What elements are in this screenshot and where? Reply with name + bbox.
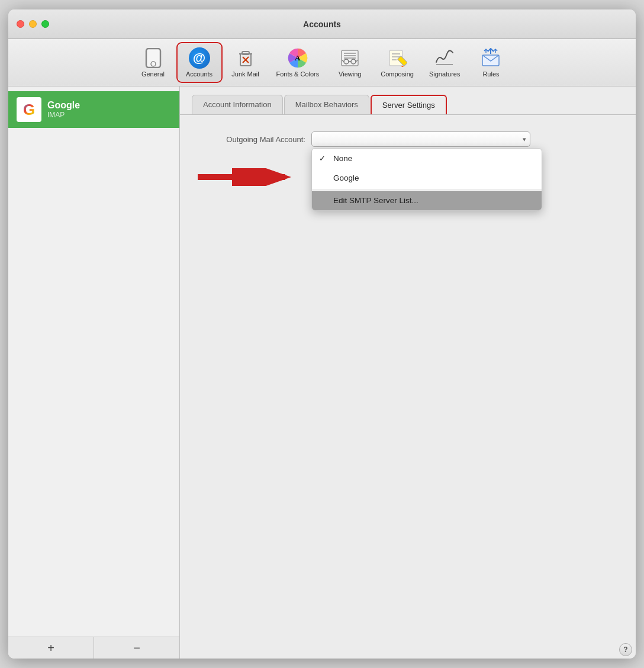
- title-bar: Accounts: [8, 9, 636, 39]
- google-logo: G: [17, 97, 41, 122]
- viewing-icon: [339, 47, 360, 69]
- toolbar-item-general[interactable]: General: [132, 44, 175, 81]
- google-g-letter: G: [23, 101, 35, 119]
- composing-icon: [387, 47, 408, 69]
- toolbar-item-fonts-colors[interactable]: A Fonts & Colors: [271, 44, 326, 81]
- tabs-bar: Account Information Mailbox Behaviors Se…: [180, 86, 636, 115]
- accounts-icon: @: [189, 47, 210, 69]
- svg-rect-11: [344, 55, 356, 56]
- toolbar-label-signatures: Signatures: [429, 70, 461, 78]
- dropdown-menu: None Google Edit SMTP Server List...: [311, 148, 542, 211]
- toolbar-label-accounts: Accounts: [186, 70, 212, 78]
- right-panel: Account Information Mailbox Behaviors Se…: [180, 86, 636, 659]
- sidebar-account-name: Google: [47, 100, 80, 111]
- toolbar: General @ Accounts Junk Mail: [8, 39, 636, 86]
- traffic-lights: [17, 20, 49, 28]
- main-window: Accounts General @ Accounts: [8, 9, 636, 659]
- tab-mailbox-behaviors[interactable]: Mailbox Behaviors: [284, 95, 369, 114]
- svg-rect-12: [344, 57, 356, 59]
- toolbar-item-viewing[interactable]: Viewing: [329, 44, 371, 81]
- svg-rect-10: [344, 53, 356, 54]
- toolbar-item-composing[interactable]: Composing: [375, 44, 420, 81]
- tab-server-settings[interactable]: Server Settings: [371, 95, 447, 114]
- minimize-button[interactable]: [29, 20, 37, 28]
- toolbar-item-junkmail[interactable]: Junk Mail: [224, 44, 267, 81]
- svg-text:A: A: [295, 53, 301, 62]
- dropdown-divider: [312, 189, 542, 190]
- outgoing-mail-dropdown-wrapper: ▾ None Google Edit SMTP: [311, 131, 530, 147]
- toolbar-item-accounts[interactable]: @ Accounts: [178, 44, 221, 81]
- junkmail-icon: [235, 47, 256, 69]
- sidebar-footer: + −: [8, 637, 179, 659]
- svg-rect-4: [242, 52, 249, 54]
- window-title: Accounts: [303, 20, 341, 29]
- toolbar-label-fonts-colors: Fonts & Colors: [276, 70, 320, 78]
- dropdown-option-none[interactable]: None: [312, 149, 542, 168]
- add-account-button[interactable]: +: [8, 637, 94, 659]
- toolbar-label-general: General: [141, 70, 165, 78]
- toolbar-label-composing: Composing: [381, 70, 414, 78]
- toolbar-label-viewing: Viewing: [339, 70, 361, 78]
- toolbar-label-junkmail: Junk Mail: [231, 70, 259, 78]
- outgoing-mail-field-row: Outgoing Mail Account: ▾ None G: [199, 131, 617, 147]
- outgoing-mail-dropdown[interactable]: ▾: [311, 131, 530, 147]
- arrow-annotation: [198, 168, 292, 186]
- toolbar-item-signatures[interactable]: Signatures: [423, 44, 466, 81]
- maximize-button[interactable]: [41, 20, 49, 28]
- sidebar-account-type: IMAP: [47, 111, 80, 119]
- rules-icon: [480, 47, 501, 69]
- outgoing-mail-label: Outgoing Mail Account:: [199, 135, 305, 144]
- help-button[interactable]: ?: [619, 643, 632, 656]
- toolbar-item-rules[interactable]: Rules: [469, 44, 512, 81]
- sidebar-account-info: Google IMAP: [47, 100, 80, 119]
- remove-account-button[interactable]: −: [94, 637, 179, 659]
- sidebar-account-list: G Google IMAP: [8, 86, 179, 637]
- tab-account-information[interactable]: Account Information: [192, 95, 283, 114]
- dropdown-option-google[interactable]: Google: [312, 168, 542, 188]
- panel-content: Outgoing Mail Account: ▾ None G: [180, 115, 636, 659]
- general-icon: [143, 47, 164, 69]
- close-button[interactable]: [17, 20, 24, 28]
- sidebar-item-google[interactable]: G Google IMAP: [8, 91, 179, 128]
- dropdown-chevron: ▾: [523, 136, 526, 143]
- signatures-icon: [434, 47, 455, 69]
- svg-rect-0: [146, 49, 160, 68]
- toolbar-label-rules: Rules: [482, 70, 499, 78]
- main-content: G Google IMAP + − Account Information: [8, 86, 636, 659]
- sidebar: G Google IMAP + −: [8, 86, 180, 659]
- fonts-colors-icon: A: [287, 47, 308, 69]
- dropdown-option-edit-smtp[interactable]: Edit SMTP Server List...: [312, 191, 542, 210]
